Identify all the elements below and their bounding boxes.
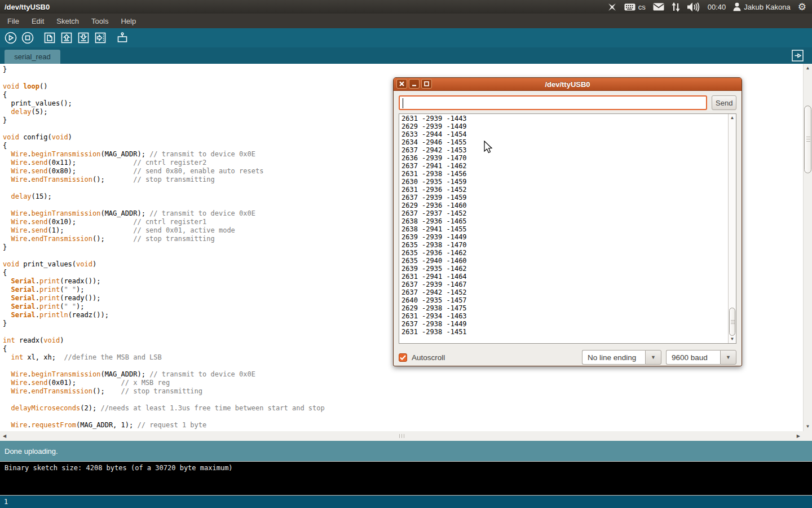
clock-label: 00:40 (708, 3, 726, 11)
scroll-up-arrow-icon[interactable]: ▲ (804, 65, 812, 71)
window-controls (396, 79, 432, 89)
stop-button[interactable] (20, 30, 35, 46)
autoscroll-label: Autoscroll (412, 353, 445, 362)
close-icon (399, 81, 404, 86)
serial-scroll-up-icon[interactable]: ▲ (729, 115, 736, 121)
screen: /dev/ttyUSB0 cs 00:40 Jaku (0, 0, 812, 508)
send-button[interactable]: Send (712, 95, 736, 110)
tab-strip: serial_read (0, 47, 812, 64)
system-tray: cs 00:40 Jakub Kakona ⚙ (607, 2, 812, 12)
scroll-left-arrow-icon[interactable]: ◀ (3, 431, 6, 441)
indicator-x-icon[interactable] (607, 2, 617, 12)
status-bar: Done uploading. (0, 441, 812, 461)
serial-scroll-thumb[interactable] (729, 308, 735, 336)
editor-vscroll-thumb[interactable] (804, 106, 811, 173)
line-number: 1 (4, 498, 8, 506)
serial-window-title: /dev/ttyUSB0 (394, 78, 742, 91)
save-button[interactable] (76, 30, 91, 46)
check-icon (400, 355, 406, 360)
top-panel: /dev/ttyUSB0 cs 00:40 Jaku (0, 0, 812, 14)
keyboard-indicator[interactable]: cs (624, 3, 646, 11)
scrollbar-corner (803, 431, 812, 441)
mouse-cursor (484, 141, 493, 156)
serial-monitor-button[interactable] (114, 30, 130, 46)
menu-file[interactable]: File (1, 15, 25, 28)
serial-input[interactable] (399, 95, 707, 110)
line-ending-select[interactable]: No line ending ▼ (582, 350, 661, 365)
minimize-button[interactable] (409, 79, 420, 89)
menu-tools[interactable]: Tools (85, 15, 114, 28)
serial-bottom-row: Autoscroll No line ending ▼ 9600 baud ▼ (394, 344, 742, 365)
toolbar (0, 28, 812, 47)
console-text: Binary sketch size: 4208 bytes (of a 307… (5, 464, 233, 472)
menu-help[interactable]: Help (114, 15, 142, 28)
volume-icon[interactable] (687, 2, 700, 12)
chevron-down-icon[interactable]: ▼ (645, 350, 661, 365)
serial-output-area[interactable]: 2631 -2939 -1443 2629 -2939 -1449 2633 -… (399, 113, 736, 344)
mail-icon[interactable] (653, 3, 664, 11)
close-button[interactable] (396, 79, 407, 89)
verify-button[interactable] (3, 30, 18, 46)
tab-label: serial_read (14, 52, 50, 61)
serial-window-titlebar[interactable]: /dev/ttyUSB0 (394, 78, 742, 91)
menu-sketch[interactable]: Sketch (50, 15, 85, 28)
window-title: /dev/ttyUSB0 (0, 3, 50, 11)
serial-input-row: Send (399, 95, 736, 110)
autoscroll-checkbox[interactable] (399, 353, 407, 362)
maximize-button[interactable] (421, 79, 432, 89)
serial-monitor-window: /dev/ttyUSB0 Send 2631 -2939 -1443 2629 … (393, 77, 742, 366)
baud-rate-select[interactable]: 9600 baud ▼ (666, 350, 736, 365)
menu-edit[interactable]: Edit (25, 15, 50, 28)
chevron-down-icon[interactable]: ▼ (720, 350, 736, 365)
upload-button[interactable] (92, 30, 108, 46)
baud-rate-value: 9600 baud (666, 350, 720, 365)
editor-horizontal-scrollbar[interactable]: ◀ ▶ (0, 431, 803, 441)
user-menu[interactable]: Jakub Kakona (733, 2, 790, 11)
keyboard-icon (624, 3, 636, 11)
sync-arrows-icon[interactable] (672, 2, 680, 12)
serial-output: 2631 -2939 -1443 2629 -2939 -1449 2633 -… (399, 114, 736, 336)
line-number-strip: 1 (0, 496, 812, 508)
line-ending-value: No line ending (582, 350, 645, 365)
new-sketch-button[interactable] (42, 30, 57, 46)
serial-scroll-down-icon[interactable]: ▼ (729, 336, 736, 342)
editor-vertical-scrollbar[interactable]: ▲ ▼ (803, 64, 812, 431)
open-button[interactable] (59, 30, 74, 46)
user-icon (733, 2, 741, 11)
scroll-right-arrow-icon[interactable]: ▶ (797, 431, 800, 441)
menubar: File Edit Sketch Tools Help (0, 14, 812, 28)
serial-scrollbar[interactable]: ▲ ▼ (728, 114, 736, 343)
maximize-icon (424, 81, 429, 86)
gear-icon[interactable]: ⚙ (798, 2, 806, 12)
username-label: Jakub Kakona (744, 3, 790, 11)
text-caret (403, 98, 403, 108)
tab-serial-read[interactable]: serial_read (5, 50, 60, 64)
keyboard-layout-label: cs (638, 3, 646, 11)
clock[interactable]: 00:40 (708, 3, 726, 11)
tab-menu-button[interactable] (792, 50, 804, 62)
minimize-icon (412, 81, 417, 86)
console-output: Binary sketch size: 4208 bytes (of a 307… (0, 461, 812, 496)
scroll-down-arrow-icon[interactable]: ▼ (804, 424, 812, 430)
status-message: Done uploading. (5, 447, 58, 456)
code-lines: }void loop(){ print_values(); delay(5);}… (3, 65, 325, 430)
